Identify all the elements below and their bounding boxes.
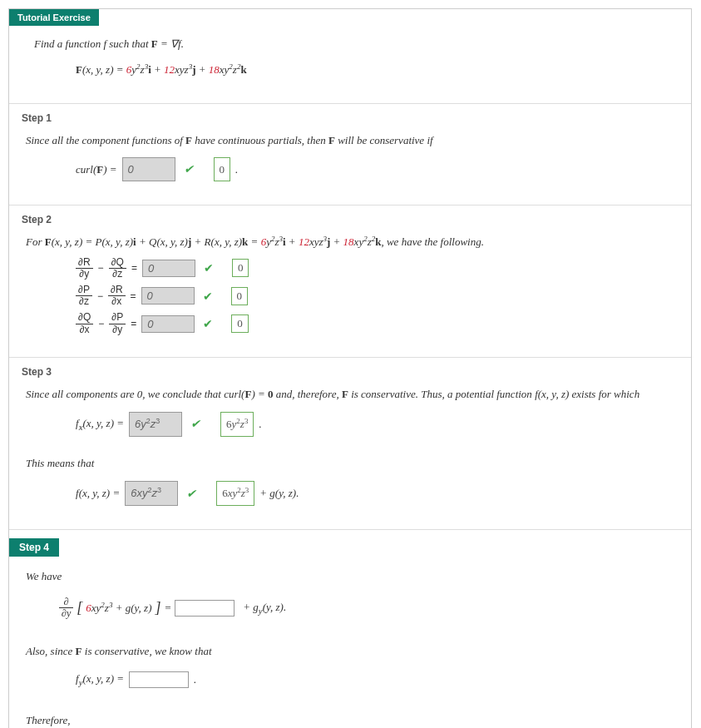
step3-title: Step 3 — [22, 366, 674, 378]
step1-section: Step 1 Since all the component functions… — [9, 104, 691, 206]
step2-title: Step 2 — [22, 214, 674, 225]
fx-answer: 6y2z3 — [220, 412, 254, 437]
step2-row-1: ∂P∂z − ∂R∂x = 0 ✔ 0 — [26, 285, 674, 307]
means-text: This means that — [26, 453, 674, 473]
wehave: We have — [26, 567, 674, 586]
curl-answer: 0 — [214, 157, 231, 181]
step4-input-1[interactable] — [175, 600, 234, 617]
check-icon: ✔ — [203, 290, 213, 303]
step2-input-2[interactable]: 0 — [141, 315, 195, 333]
prompt-text: Find a function f such that F = ∇f. — [34, 37, 184, 50]
step4-input-2[interactable] — [129, 671, 189, 688]
header-tab: Tutorial Exercise — [9, 9, 99, 26]
prompt-section: Find a function f such that F = ∇f. F(x,… — [9, 26, 691, 104]
curl-input[interactable]: 0 — [122, 157, 175, 181]
step2-input-1[interactable]: 0 — [141, 287, 195, 305]
step4-title: Step 4 — [9, 538, 59, 557]
step2-input-0[interactable]: 0 — [142, 260, 195, 277]
check-icon: ✔ — [186, 483, 196, 504]
curl-label: curl(F) = — [76, 160, 117, 179]
step2-ans-1: 0 — [231, 287, 249, 305]
step2-row-2: ∂Q∂x − ∂P∂y = 0 ✔ 0 — [26, 312, 674, 334]
fx-input[interactable]: 6y2z3 — [129, 412, 182, 437]
step1-title: Step 1 — [22, 112, 674, 124]
step4-section: Step 4 We have ∂∂y [ 6xy2z3 + g(y, z) ] … — [9, 530, 691, 728]
therefore: Therefore, — [26, 711, 674, 728]
check-icon: ✔ — [184, 159, 194, 180]
check-icon: ✔ — [203, 317, 213, 330]
step2-ans-0: 0 — [232, 259, 249, 277]
step2-row-0: ∂R∂y − ∂Q∂z = 0 ✔ 0 — [26, 257, 674, 280]
check-icon: ✔ — [190, 414, 200, 434]
f-answer: 6xy2z3 — [216, 481, 254, 506]
step2-ans-2: 0 — [231, 314, 249, 333]
step2-section: Step 2 For F(x, y, z) = P(x, y, z)i + Q(… — [9, 206, 691, 358]
step3-section: Step 3 Since all components are 0, we co… — [9, 358, 691, 530]
check-icon: ✔ — [204, 261, 214, 275]
f-input[interactable]: 6xy2z3 — [125, 481, 178, 506]
